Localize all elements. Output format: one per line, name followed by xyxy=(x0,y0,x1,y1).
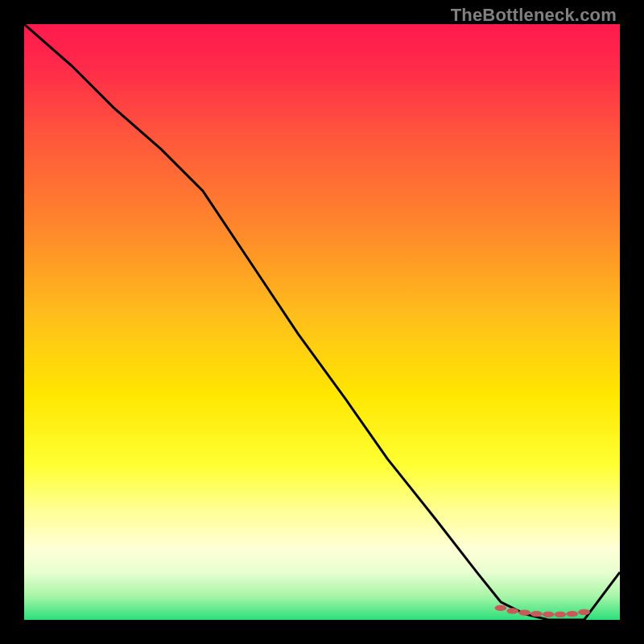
bottleneck-curve xyxy=(24,24,620,620)
optimal-marker xyxy=(579,609,590,614)
chart-stage: TheBottleneck.com xyxy=(0,0,644,644)
watermark-text: TheBottleneck.com xyxy=(451,5,617,26)
plot-area xyxy=(24,24,620,620)
optimal-marker xyxy=(495,605,506,610)
optimal-marker xyxy=(530,611,542,616)
optimal-marker xyxy=(543,612,554,617)
optimal-marker xyxy=(507,609,518,613)
curve-layer xyxy=(24,24,620,620)
optimal-marker xyxy=(519,610,530,615)
optimal-marker xyxy=(555,612,566,617)
optimal-marker xyxy=(567,611,578,616)
